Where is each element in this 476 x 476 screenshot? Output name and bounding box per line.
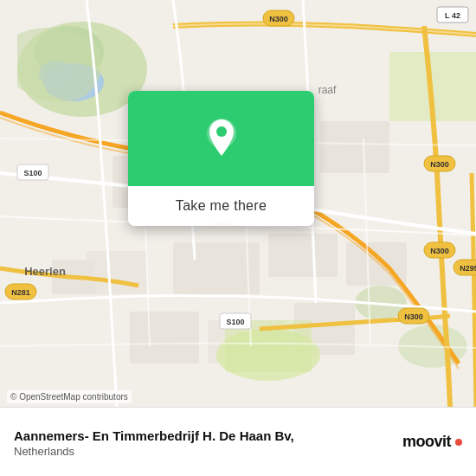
location-pin-icon (206, 118, 237, 159)
svg-text:S100: S100 (226, 318, 244, 326)
footer: Aannemers- En Timmerbedrijf H. De Haan B… (0, 407, 476, 476)
svg-rect-10 (268, 234, 338, 277)
popup-header (128, 91, 314, 186)
svg-rect-14 (130, 312, 199, 363)
svg-point-44 (216, 126, 227, 137)
moovit-brand-text: moovit (402, 433, 451, 451)
moovit-dot (455, 439, 462, 446)
location-popup: Take me there (128, 91, 314, 226)
moovit-logo: moovit (402, 433, 462, 451)
svg-rect-8 (320, 121, 389, 173)
svg-text:N300: N300 (269, 15, 288, 23)
map-container: S100 S100 N300 N300 N300 N300 N281 N295 … (0, 0, 476, 407)
svg-text:raaf: raaf (318, 84, 337, 96)
svg-text:N281: N281 (11, 288, 30, 297)
svg-rect-11 (87, 251, 147, 294)
location-title: Aannemers- En Timmerbedrijf H. De Haan B… (14, 427, 402, 445)
svg-text:N300: N300 (430, 247, 449, 255)
location-subtitle: Netherlands (14, 445, 402, 458)
footer-content: Aannemers- En Timmerbedrijf H. De Haan B… (14, 427, 402, 458)
osm-credit: © OpenStreetMap contributors (7, 390, 132, 403)
svg-text:Heerlen: Heerlen (24, 265, 66, 278)
svg-text:S100: S100 (23, 169, 42, 177)
svg-text:N300: N300 (430, 160, 449, 169)
svg-text:N295: N295 (460, 264, 476, 273)
take-me-there-button[interactable]: Take me there (128, 186, 314, 226)
svg-text:N300: N300 (404, 312, 423, 321)
svg-text:L 42: L 42 (445, 11, 460, 20)
